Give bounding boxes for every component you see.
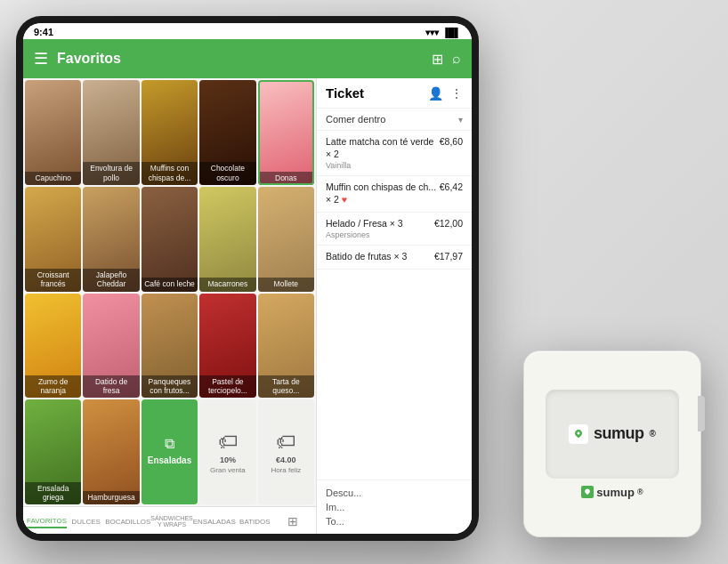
- product-chocolate[interactable]: Chocolate oscuro: [199, 80, 255, 185]
- product-label: Panqueques con frutos...: [142, 375, 198, 398]
- sumup-brand-name: sumup: [594, 424, 644, 443]
- sumup-s-logo: [569, 424, 588, 444]
- product-zumo[interactable]: Zumo de naranja: [25, 294, 81, 399]
- product-panel: Capuchino Envoltura de pollo Muffins con…: [23, 78, 316, 534]
- sumup-small-icon: [581, 486, 594, 498]
- product-label: Muffins con chispas de...: [142, 162, 198, 184]
- content-area: Capuchino Envoltura de pollo Muffins con…: [23, 78, 472, 534]
- more-icon[interactable]: ⋮: [450, 86, 463, 101]
- discount-row: Descu...: [326, 486, 463, 500]
- product-pastel[interactable]: Pastel de terciopelo...: [199, 294, 255, 399]
- product-label: Ensalada griega: [25, 482, 81, 504]
- product-label: Hamburguesa: [83, 491, 139, 504]
- product-jalapeno[interactable]: Jalapeño Cheddar: [83, 187, 139, 292]
- total-row: To...: [326, 514, 463, 528]
- product-grid: Capuchino Envoltura de pollo Muffins con…: [23, 78, 316, 506]
- product-label: Mollete: [258, 278, 314, 291]
- ticket-item[interactable]: Muffin con chispas de ch... × 2 ♥ €6,42: [317, 176, 472, 212]
- status-bar: 9:41 ▾▾▾ ▐█▌: [23, 23, 472, 39]
- discount-label: Descu...: [326, 487, 361, 498]
- battery-icon: ▐█▌: [442, 28, 461, 37]
- item-name: Latte matcha con té verde × 2: [326, 136, 440, 160]
- tag-icon: 🏷: [218, 431, 238, 454]
- item-sub: Aspersiones: [326, 230, 463, 239]
- product-hamburgesa[interactable]: Hamburguesa: [83, 399, 139, 504]
- tablet: 9:41 ▾▾▾ ▐█▌ ☰ Favoritos ⊞ ⌕: [16, 16, 479, 541]
- product-label: Capuchino: [25, 172, 81, 185]
- trademark: ®: [650, 429, 656, 439]
- status-icons: ▾▾▾ ▐█▌: [425, 28, 461, 37]
- trademark-small: ®: [637, 487, 643, 496]
- discount-value: 10%: [220, 455, 236, 464]
- ticket-item[interactable]: Latte matcha con té verde × 2 €8,60 Vain…: [317, 131, 472, 176]
- tab-sandwiches[interactable]: SÁNDWICHES Y WRAPS: [150, 513, 192, 529]
- tab-ensaladas[interactable]: ENSALADAS: [193, 516, 236, 528]
- product-cappuccino[interactable]: Capuchino: [25, 80, 81, 185]
- product-label: Macarrones: [199, 278, 255, 291]
- tablet-screen: 9:41 ▾▾▾ ▐█▌ ☰ Favoritos ⊞ ⌕: [23, 23, 472, 534]
- discount-name: Gran venta: [210, 466, 246, 474]
- tab-dulces[interactable]: DULCES: [67, 516, 105, 528]
- tab-bar: FAVORITOS DULCES BOCADILLOS SÁNDWICHES Y…: [23, 506, 316, 534]
- product-macarrones[interactable]: Macarrones: [199, 187, 255, 292]
- dining-option[interactable]: Comer dentro ▾: [317, 109, 472, 131]
- ticket-totals: Descu... Im... To...: [317, 479, 472, 534]
- product-mollete[interactable]: Mollete: [258, 187, 314, 292]
- dining-option-label: Comer dentro: [326, 114, 385, 125]
- product-label: Café con leche: [142, 278, 198, 291]
- tab-favoritos[interactable]: FAVORITOS: [27, 515, 67, 528]
- sumup-bottom-logo: sumup ®: [581, 486, 643, 499]
- status-time: 9:41: [34, 27, 53, 37]
- item-name: Batido de frutas × 3: [326, 251, 434, 263]
- product-label: Donas: [258, 172, 314, 185]
- card-reader-bottom: sumup ®: [581, 486, 643, 499]
- product-gran-venta[interactable]: 🏷 10% Gran venta: [199, 399, 255, 504]
- discount-amount: €4.00: [276, 455, 296, 464]
- product-label: Ensaladas: [145, 454, 194, 469]
- app-header: ☰ Favoritos ⊞ ⌕: [23, 39, 472, 78]
- tab-batidos[interactable]: BATIDOS: [236, 516, 274, 528]
- product-panqueques[interactable]: Panqueques con frutos...: [142, 294, 198, 399]
- sumup-logo: sumup ®: [569, 424, 656, 444]
- product-ensaladas-category[interactable]: ⧉ Ensaladas: [142, 399, 198, 504]
- product-label: Croissant francés: [25, 269, 81, 291]
- product-hora-feliz[interactable]: 🏷 €4.00 Hora feliz: [258, 399, 314, 504]
- product-label: Pastel de terciopelo...: [199, 375, 255, 398]
- menu-icon[interactable]: ☰: [34, 49, 48, 68]
- product-ensalada-griega[interactable]: Ensalada griega: [25, 399, 81, 504]
- ticket-item[interactable]: Batido de frutas × 3 €17,97: [317, 246, 472, 270]
- product-cafe[interactable]: Café con leche: [142, 187, 198, 292]
- dining-dropdown-icon: ▾: [458, 115, 463, 125]
- sumup-bottom-brand: sumup: [596, 486, 635, 499]
- barcode-icon[interactable]: ⊞: [432, 51, 443, 68]
- favorite-icon: ♥: [342, 194, 347, 205]
- search-icon[interactable]: ⌕: [452, 51, 461, 68]
- tab-grid-icon[interactable]: ⊞: [274, 512, 312, 530]
- product-croissant[interactable]: Croissant francés: [25, 187, 81, 292]
- item-price: €8,60: [440, 136, 463, 147]
- copy-icon: ⧉: [165, 436, 174, 452]
- product-datido[interactable]: Datido de fresa: [83, 294, 139, 399]
- ticket-header: Ticket 👤 ⋮: [317, 78, 472, 109]
- tag-icon: 🏷: [276, 431, 295, 454]
- ticket-panel: Ticket 👤 ⋮ Comer dentro ▾ Latt: [316, 78, 472, 534]
- card-reader: sumup ® sumup ®: [523, 350, 701, 537]
- item-price: €17,97: [434, 251, 463, 262]
- product-muffin[interactable]: Muffins con chispas de...: [142, 80, 198, 185]
- ticket-action-icons: 👤 ⋮: [428, 86, 463, 101]
- product-tarta[interactable]: Tarta de queso...: [258, 294, 314, 399]
- item-sub: Vainilla: [326, 161, 463, 170]
- tax-label: Im...: [326, 502, 344, 512]
- product-label: Datido de fresa: [83, 375, 139, 398]
- product-label: Jalapeño Cheddar: [83, 269, 139, 291]
- product-wrap[interactable]: Envoltura de pollo: [83, 80, 139, 185]
- product-label: Chocolate oscuro: [199, 162, 255, 184]
- product-label: Envoltura de pollo: [83, 162, 139, 184]
- ticket-item[interactable]: Helado / Fresa × 3 €12,00 Aspersiones: [317, 213, 472, 246]
- wifi-icon: ▾▾▾: [425, 28, 439, 37]
- product-label: Tarta de queso...: [258, 375, 314, 398]
- product-donas[interactable]: Donas: [258, 80, 314, 185]
- person-icon[interactable]: 👤: [428, 86, 443, 101]
- header-icons: ⊞ ⌕: [432, 51, 461, 68]
- tab-bocadillos[interactable]: BOCADILLOS: [105, 516, 150, 528]
